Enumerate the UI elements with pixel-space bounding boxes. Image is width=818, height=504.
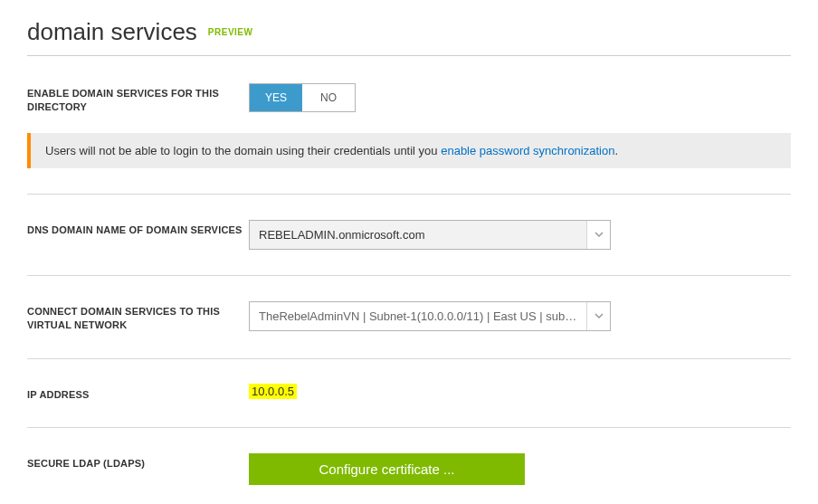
dns-domain-value: REBELADMIN.onmicrosoft.com xyxy=(250,221,586,249)
info-banner: Users will not be able to login to the d… xyxy=(27,133,791,168)
configure-certificate-button[interactable]: Configure certificate ... xyxy=(249,453,525,485)
divider xyxy=(27,194,791,195)
divider xyxy=(27,275,791,276)
page-header: domain services PREVIEW xyxy=(27,18,791,56)
chevron-down-icon xyxy=(586,221,610,249)
chevron-down-icon xyxy=(586,302,610,330)
enable-toggle[interactable]: YES NO xyxy=(249,83,356,112)
ip-row: IP ADDRESS 10.0.0.5 xyxy=(27,385,791,402)
vnet-row: CONNECT DOMAIN SERVICES TO THIS VIRTUAL … xyxy=(27,301,791,333)
ip-value: 10.0.0.5 xyxy=(249,384,297,399)
banner-text-before: Users will not be able to login to the d… xyxy=(45,144,441,157)
banner-text-after: . xyxy=(614,144,618,157)
dns-domain-row: DNS DOMAIN NAME OF DOMAIN SERVICES REBEL… xyxy=(27,220,791,250)
toggle-no[interactable]: NO xyxy=(302,84,355,111)
vnet-value: TheRebelAdminVN | Subnet-1(10.0.0.0/11) … xyxy=(250,302,586,330)
divider xyxy=(27,427,791,428)
ldap-row: SECURE LDAP (LDAPS) Configure certificat… xyxy=(27,453,791,485)
ldap-label: SECURE LDAP (LDAPS) xyxy=(27,453,249,471)
vnet-select[interactable]: TheRebelAdminVN | Subnet-1(10.0.0.0/11) … xyxy=(249,301,611,331)
divider xyxy=(27,358,791,359)
ip-label: IP ADDRESS xyxy=(27,385,249,402)
dns-domain-label: DNS DOMAIN NAME OF DOMAIN SERVICES xyxy=(27,220,249,237)
page-title: domain services xyxy=(27,18,197,46)
preview-badge: PREVIEW xyxy=(208,27,253,37)
enable-domain-label: ENABLE DOMAIN SERVICES FOR THIS DIRECTOR… xyxy=(27,83,249,115)
toggle-yes[interactable]: YES xyxy=(250,84,302,111)
vnet-label: CONNECT DOMAIN SERVICES TO THIS VIRTUAL … xyxy=(27,301,249,333)
enable-password-sync-link[interactable]: enable password synchronization xyxy=(441,144,614,157)
enable-domain-row: ENABLE DOMAIN SERVICES FOR THIS DIRECTOR… xyxy=(27,83,791,115)
dns-domain-select[interactable]: REBELADMIN.onmicrosoft.com xyxy=(249,220,611,250)
